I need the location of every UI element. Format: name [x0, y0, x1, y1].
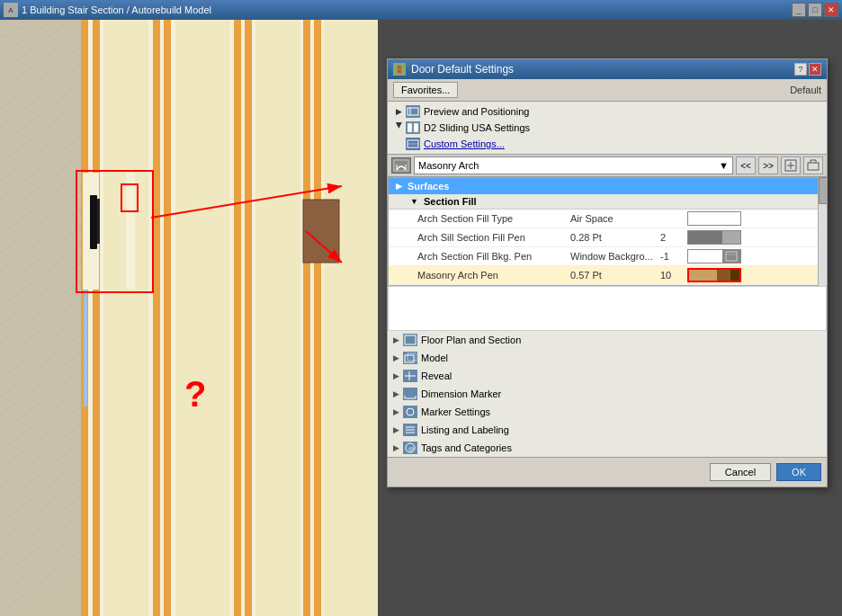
- dialog-toolbar: Favorites... Default: [388, 79, 827, 102]
- title-bar-icon: A: [4, 3, 18, 17]
- cancel-button[interactable]: Cancel: [710, 463, 771, 481]
- arch-dropdown[interactable]: Masonry Arch ▼: [414, 156, 733, 174]
- section-fill-label: Section Fill: [424, 196, 477, 207]
- svg-rect-71: [808, 163, 819, 170]
- title-bar-controls: _ □ ✕: [792, 3, 838, 17]
- arch-dropdown-arrow: ▼: [719, 160, 729, 171]
- tree-item-preview[interactable]: ▶ Preview and Positioning: [388, 103, 827, 120]
- tree-label-custom: Custom Settings...: [424, 138, 505, 149]
- prop-swatch-sill-pen[interactable]: [687, 230, 741, 245]
- section-item-marker[interactable]: ▶ Marker Settings: [388, 403, 827, 421]
- prop-num-masonry-pen: 10: [660, 270, 687, 281]
- section-item-reveal[interactable]: ▶ Reveal: [388, 367, 827, 385]
- section-label-floorplan: Floor Plan and Section: [421, 335, 521, 345]
- surfaces-header[interactable]: ▶ Surfaces: [389, 178, 826, 194]
- tree-arrow-d2sliding: ▶: [393, 122, 404, 133]
- svg-rect-38: [153, 20, 160, 616]
- scrollbar-thumb[interactable]: [819, 177, 827, 204]
- tree-item-custom[interactable]: Custom Settings...: [388, 136, 827, 152]
- maximize-button[interactable]: □: [808, 3, 822, 17]
- title-bar: A 1 Building Stair Section / Autorebuild…: [0, 0, 842, 20]
- svg-rect-61: [408, 123, 412, 132]
- svg-rect-65: [394, 160, 408, 171]
- tree-section: ▶ Preview and Positioning ▶ D2 Sliding U…: [388, 102, 827, 154]
- svg-rect-54: [303, 200, 339, 263]
- svg-rect-79: [408, 353, 417, 361]
- section-label-dimension: Dimension Marker: [421, 388, 501, 399]
- tree-icon-preview: [406, 105, 420, 118]
- prop-row-bkg-pen[interactable]: Arch Section Fill Bkg. Pen Window Backgr…: [389, 247, 826, 266]
- dialog-title-bar: 🚪 Door Default Settings ? ✕: [388, 59, 827, 79]
- tree-label-preview: Preview and Positioning: [424, 106, 529, 117]
- section-tree: ▶ Floor Plan and Section ▶ Model ▶ Revea…: [388, 331, 827, 457]
- svg-rect-36: [93, 20, 100, 616]
- dialog-title-icon: 🚪: [393, 63, 406, 76]
- ok-button[interactable]: OK: [776, 463, 821, 481]
- svg-rect-59: [408, 108, 418, 115]
- dialog-close-button[interactable]: ✕: [809, 63, 821, 76]
- section-item-dimension[interactable]: ▶ Dimension Marker: [388, 385, 827, 403]
- svg-text:?: ?: [184, 374, 206, 414]
- prop-row-sill-pen[interactable]: Arch Sill Section Fill Pen 0.28 Pt 2: [389, 228, 826, 247]
- tree-icon-custom: [406, 138, 420, 150]
- svg-rect-43: [255, 20, 300, 616]
- arch-prev-button[interactable]: <<: [736, 156, 756, 174]
- section-label-model: Model: [421, 353, 448, 363]
- prop-row-arch-fill-type[interactable]: Arch Section Fill Type Air Space: [389, 210, 826, 228]
- svg-rect-62: [414, 123, 418, 132]
- section-icon-tags: @: [403, 442, 417, 454]
- prop-num-sill-pen: 2: [660, 232, 687, 243]
- prop-swatch-bkg-pen[interactable]: [687, 249, 741, 263]
- minimize-button[interactable]: _: [792, 3, 806, 17]
- section-icon-dimension: [403, 388, 417, 400]
- dialog-help-button[interactable]: ?: [794, 63, 807, 76]
- cad-drawing-area: ?: [0, 20, 378, 616]
- surfaces-label: Surfaces: [408, 181, 449, 192]
- section-item-model[interactable]: ▶ Model: [388, 349, 827, 367]
- svg-rect-77: [405, 335, 416, 344]
- arch-action2-button[interactable]: [803, 156, 823, 174]
- section-item-tags[interactable]: ▶ @ Tags and Categories: [388, 439, 827, 457]
- prop-name-masonry-pen: Masonry Arch Pen: [417, 270, 570, 281]
- section-icon-floorplan: [403, 334, 417, 346]
- svg-rect-42: [245, 20, 252, 616]
- section-fill-header[interactable]: ▼ Section Fill: [389, 194, 826, 210]
- section-label-tags: Tags and Categories: [421, 442, 512, 453]
- arch-action1-button[interactable]: [781, 156, 801, 174]
- section-icon-listing: [403, 424, 417, 436]
- prop-swatch-arch-fill-type[interactable]: [687, 211, 741, 226]
- arch-dropdown-value: Masonry Arch: [418, 160, 479, 171]
- section-item-floorplan[interactable]: ▶ Floor Plan and Section: [388, 331, 827, 349]
- default-label: Default: [790, 85, 821, 95]
- empty-space: [388, 286, 827, 331]
- close-button[interactable]: ✕: [824, 3, 838, 17]
- tree-label-d2sliding: D2 Sliding USA Settings: [424, 122, 530, 133]
- svg-rect-78: [405, 355, 414, 362]
- section-label-marker: Marker Settings: [421, 406, 490, 417]
- properties-container: ▶ Surfaces ▼ Section Fill Arch Section F…: [388, 177, 827, 286]
- section-fill-arrow: ▼: [410, 197, 418, 206]
- section-label-listing: Listing and Labeling: [421, 424, 509, 435]
- prop-row-masonry-pen[interactable]: Masonry Arch Pen 0.57 Pt 10: [389, 266, 826, 285]
- prop-swatch-masonry-pen[interactable]: [687, 268, 741, 282]
- title-text: 1 Building Stair Section / Autorebuild M…: [22, 4, 211, 15]
- favorites-button[interactable]: Favorites...: [393, 82, 458, 98]
- svg-rect-49: [126, 173, 135, 290]
- prop-value-arch-fill-type: Air Space: [570, 213, 660, 224]
- arch-next-button[interactable]: >>: [758, 156, 778, 174]
- arch-selector: Masonry Arch ▼ << >>: [388, 154, 827, 177]
- section-item-listing[interactable]: ▶ Listing and Labeling: [388, 421, 827, 439]
- section-label-reveal: Reveal: [421, 370, 452, 381]
- svg-rect-45: [314, 20, 321, 616]
- svg-rect-44: [303, 20, 310, 616]
- tree-item-d2sliding[interactable]: ▶ D2 Sliding USA Settings: [388, 120, 827, 136]
- prop-value-sill-pen: 0.28 Pt: [570, 232, 660, 243]
- tree-icon-d2sliding: [406, 121, 420, 134]
- section-icon-marker: [403, 406, 417, 418]
- dialog-door-settings: 🚪 Door Default Settings ? ✕ Favorites...…: [387, 58, 828, 487]
- dialog-footer: Cancel OK: [388, 457, 827, 487]
- arch-icon: [391, 157, 411, 174]
- svg-rect-50: [90, 195, 97, 249]
- properties-scrollbar[interactable]: [818, 177, 827, 286]
- svg-rect-1: [0, 20, 81, 616]
